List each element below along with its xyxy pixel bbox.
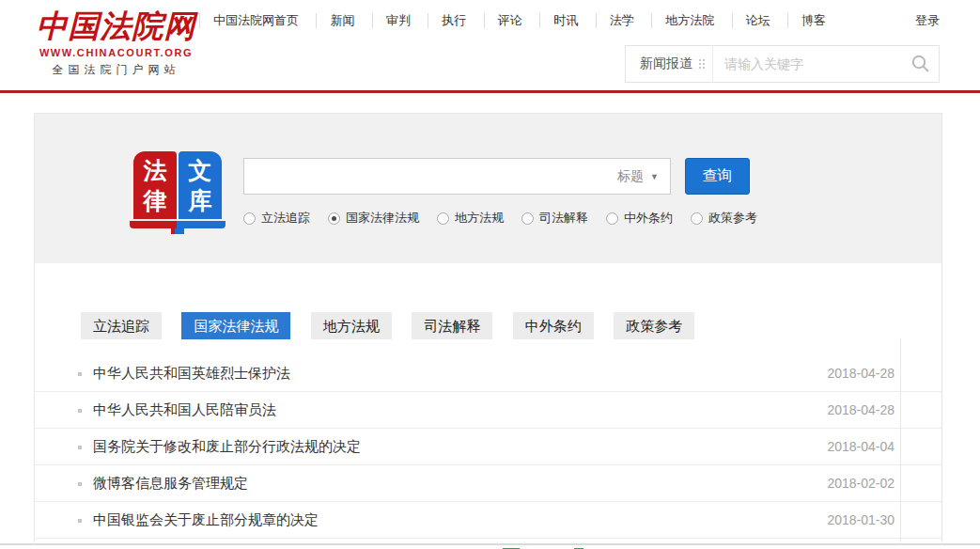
law-title-link[interactable]: 国务院关于修改和废止部分行政法规的决定 — [93, 438, 361, 456]
news-search-category-select[interactable]: 新闻报道 — [626, 55, 712, 72]
law-date: 2018-04-28 — [827, 366, 894, 381]
nav-item[interactable]: 新闻 — [316, 13, 367, 28]
law-date: 2018-04-04 — [827, 439, 894, 454]
main-nav: 中国法院网首页 新闻 审判 执行 评论 时讯 法学 地方法院 论坛 博客 — [199, 11, 839, 28]
book-right-text: 文库 — [189, 155, 212, 215]
law-date: 2018-04-28 — [827, 402, 894, 417]
nav-item[interactable]: 审判 — [372, 13, 424, 28]
list-item: 国务院关于修改和废止部分行政法规的决定 2018-04-04 — [35, 429, 941, 465]
nav-item[interactable]: 时讯 — [539, 13, 591, 28]
radio-icon — [243, 212, 256, 225]
nav-item[interactable]: 博客 — [787, 13, 839, 28]
search-type-radio[interactable]: 司法解释 — [521, 210, 588, 227]
query-button[interactable]: 查询 — [685, 158, 750, 195]
site-logo-subtitle: 全国法院门户网站 — [34, 62, 198, 78]
list-item: 中国银监会关于废止部分规章的决定 2018-01-30 — [35, 502, 941, 539]
search-type-radios: 立法追踪 国家法律法规 地方法规 司法解释 — [243, 210, 775, 227]
nav-item[interactable]: 评论 — [484, 13, 536, 28]
list-item: 中华人民共和国英雄烈士保护法 2018-04-28 — [35, 355, 941, 392]
nav-item[interactable]: 法学 — [596, 13, 647, 28]
search-type-radio[interactable]: 立法追踪 — [243, 210, 310, 227]
law-search-input[interactable] — [244, 159, 617, 194]
law-title-link[interactable]: 中华人民共和国英雄烈士保护法 — [93, 365, 290, 383]
category-tab[interactable]: 立法追踪 — [81, 312, 162, 339]
law-title-link[interactable]: 微博客信息服务管理规定 — [93, 475, 248, 493]
header-divider-line — [0, 90, 980, 93]
category-tab[interactable]: 政策参考 — [614, 312, 694, 339]
field-selector-dropdown[interactable]: 标题 ▼ — [617, 168, 670, 185]
field-selector-value: 标题 — [617, 168, 644, 185]
falv-wenku-book-icon: 法律 文库 — [132, 151, 224, 236]
search-icon — [910, 54, 931, 74]
news-search-category-label: 新闻报道 — [640, 55, 692, 72]
page: 中国法院网 WWW.CHINACOURT.ORG 全国法院门户网站 中国法院网首… — [0, 0, 980, 549]
search-type-radio[interactable]: 国家法律法规 — [328, 210, 419, 227]
radio-icon — [437, 212, 449, 225]
law-list: 中华人民共和国英雄烈士保护法 2018-04-28 中华人民共和国人民陪审员法 … — [35, 355, 941, 539]
category-tab[interactable]: 中外条约 — [513, 312, 594, 339]
list-item: 中华人民共和国人民陪审员法 2018-04-28 — [35, 392, 941, 429]
nav-item[interactable]: 论坛 — [732, 13, 784, 28]
category-tab[interactable]: 地方法规 — [311, 312, 392, 339]
list-right-border — [900, 338, 901, 542]
law-date: 2018-01-30 — [827, 512, 894, 527]
bullet-icon — [78, 446, 82, 449]
radio-label: 司法解释 — [539, 210, 588, 227]
radio-icon — [691, 212, 703, 225]
category-tab[interactable]: 司法解释 — [412, 312, 492, 339]
site-logo-calligraphy: 中国法院网 — [34, 8, 198, 45]
search-type-radio[interactable]: 中外条约 — [606, 210, 673, 227]
radio-icon — [606, 212, 618, 225]
content-container: 法律 文库 标题 ▼ 查询 立法追踪 — [34, 113, 942, 542]
radio-label: 地方法规 — [455, 210, 504, 227]
law-search-panel: 法律 文库 标题 ▼ 查询 立法追踪 — [35, 113, 941, 263]
search-type-radio[interactable]: 地方法规 — [437, 210, 504, 227]
news-search-box: 新闻报道 — [625, 45, 940, 83]
chevron-down-icon: ▼ — [650, 172, 659, 181]
search-type-radio[interactable]: 政策参考 — [691, 210, 757, 227]
radio-label: 国家法律法规 — [346, 210, 419, 227]
nav-item[interactable]: 执行 — [428, 13, 479, 28]
grid-dots-icon — [699, 59, 705, 69]
bullet-icon — [78, 519, 82, 523]
site-logo-url: WWW.CHINACOURT.ORG — [34, 47, 198, 58]
radio-label: 中外条约 — [624, 210, 673, 227]
bullet-icon — [78, 372, 82, 376]
footer-strip — [0, 543, 980, 549]
law-title-link[interactable]: 中华人民共和国人民陪审员法 — [93, 401, 276, 419]
search-button[interactable] — [902, 46, 939, 82]
login-link[interactable]: 登录 — [915, 12, 940, 29]
site-logo[interactable]: 中国法院网 WWW.CHINACOURT.ORG 全国法院门户网站 — [34, 8, 198, 78]
law-title-link[interactable]: 中国银监会关于废止部分规章的决定 — [93, 511, 319, 529]
list-item: 微博客信息服务管理规定 2018-02-02 — [35, 465, 941, 502]
bullet-icon — [78, 482, 82, 486]
law-search-field: 标题 ▼ — [243, 158, 671, 195]
category-tab[interactable]: 国家法律法规 — [181, 312, 290, 339]
radio-label: 政策参考 — [708, 210, 757, 227]
nav-item[interactable]: 地方法院 — [651, 13, 727, 28]
radio-icon — [521, 212, 534, 225]
category-tabs: 立法追踪 国家法律法规 地方法规 司法解释 中外条约 政策参考 — [81, 312, 710, 339]
radio-icon — [328, 212, 340, 225]
news-search-input[interactable] — [713, 56, 902, 71]
book-left-text: 法律 — [144, 155, 167, 215]
radio-label: 立法追踪 — [261, 210, 310, 227]
law-date: 2018-02-02 — [827, 476, 894, 491]
nav-item[interactable]: 中国法院网首页 — [199, 13, 312, 28]
bullet-icon — [78, 409, 82, 413]
